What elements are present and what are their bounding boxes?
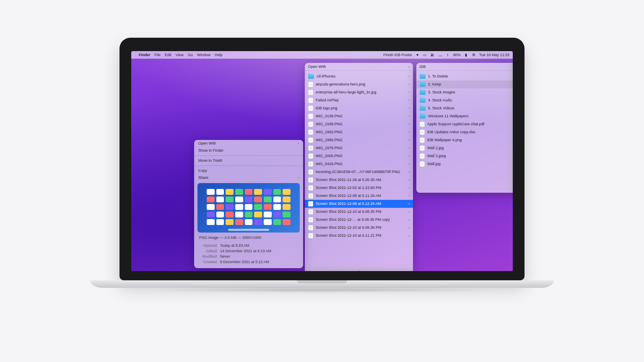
item-label: Apple Support AppleCare chat.pdf (427, 121, 513, 127)
menubar-item-go[interactable]: Go (188, 53, 193, 57)
item-label: Screen Shot 2021-12-10 at 9.11.21 PM (316, 233, 406, 239)
list-item[interactable]: Screen Shot 2021-12-08 at 5.12.26 AM› (305, 200, 413, 208)
panel-header: Open With › (305, 63, 413, 71)
list-item[interactable]: Screen Shot 2021-12-10 at 9.08.38 PM› (305, 224, 413, 232)
preview-app-grid (207, 189, 291, 225)
wifi-icon[interactable]: ⚊ (438, 53, 442, 57)
chevron-right-icon: › (408, 81, 410, 88)
bluetooth-icon[interactable]: ᚼ (446, 53, 450, 57)
item-label: airpods-generations-hero.png (316, 81, 406, 88)
file-summary: PNG image — 2.6 MB — 2880×1800 (199, 235, 261, 240)
list-item[interactable]: 2. Keep› (416, 80, 513, 88)
menubar-clock[interactable]: Tue 10 May 11:23 (479, 53, 509, 57)
display-icon[interactable]: ▭ (423, 53, 427, 57)
meta-value: Never (220, 254, 230, 259)
list-item[interactable]: 1. To Delete› (416, 72, 513, 80)
item-label: 2. Keep (428, 81, 513, 88)
file-icon (308, 98, 313, 103)
list-item[interactable]: IMG_2005.PNG› (305, 152, 413, 160)
folder-icon (420, 114, 426, 119)
list-item[interactable]: airpods-generations-hero.png› (305, 80, 413, 88)
item-label: Wall 2.jpg (427, 145, 513, 151)
list-item[interactable]: IMG_1952.PNG› (305, 128, 413, 136)
file-icon (420, 137, 425, 143)
control-center-icon[interactable]: ⚙ (472, 53, 476, 57)
divider (194, 165, 303, 166)
chevron-right-icon: › (408, 121, 410, 127)
item-label: IMG_1976.PNG (316, 145, 406, 151)
list-item[interactable]: IMG_9429.PNG› (305, 160, 413, 168)
list-item[interactable]: iDB Updates Ankur copy.xlsx› (416, 128, 513, 136)
meta-value: 14 December 2021 at 8:13 AM (220, 248, 271, 254)
menubar-item-edit[interactable]: Edit (165, 53, 171, 57)
list-item[interactable]: 3. Stock Images› (416, 88, 513, 96)
list-item[interactable]: Wall 2.jpg› (416, 144, 513, 152)
quicklook-preview (197, 183, 300, 233)
list-item[interactable]: 5. Stock Videos› (416, 104, 513, 112)
chevron-right-icon: › (408, 201, 410, 207)
list-item[interactable]: IMG_1938.PNG› (305, 120, 413, 128)
list-item[interactable]: enterprise-all-hero-large-light_2x.jpg› (305, 88, 413, 96)
item-label: Screen Shot 2021-12-10 at 9.08.35 PM (316, 209, 406, 215)
list-item[interactable]: Screen Shot 2021-12-… at 9.08.35 PM copy… (305, 216, 413, 224)
scroll-down-icon[interactable]: ⌄ (305, 268, 413, 271)
meta-key: Added: (199, 248, 218, 254)
list-item[interactable]: IMG_1976.PNG› (305, 144, 413, 152)
item-label: iDB Updates Ankur copy.xlsx (427, 129, 513, 135)
menubar-item-view[interactable]: View (176, 53, 184, 57)
meta-value: 8 December 2021 at 5:12 AM (220, 259, 269, 265)
list-item[interactable]: Windows 11 Wallpapers› (416, 112, 513, 120)
file-icon (308, 233, 313, 238)
item-label: iDB logo.png (316, 105, 406, 111)
file-icon (308, 90, 313, 95)
ctx-show-in-finder-label: Show in Finder (198, 148, 223, 153)
ctx-open-with[interactable]: Open With › (194, 140, 303, 147)
item-label: IMG_9429.PNG (316, 161, 406, 167)
list-item[interactable]: All iPhones› (305, 72, 413, 80)
list-item[interactable]: 4. Stock Audio› (416, 96, 513, 104)
list-item[interactable]: iDB Wallpaper 4.png› (416, 136, 513, 144)
menubar-item-window[interactable]: Window (197, 53, 210, 57)
ctx-copy-label: Copy (198, 168, 207, 173)
folder-icon (420, 90, 426, 95)
file-icon (420, 122, 425, 127)
list-item[interactable]: Wall 3.jpeg› (416, 152, 513, 160)
file-icon (308, 122, 313, 127)
laptop-shadow (145, 288, 499, 292)
list-item[interactable]: Screen Shot 2021-11-29 at 5.20.30 AM› (305, 176, 413, 184)
list-item[interactable]: Screen Shot 2021-12-08 at 5.11.34 AM› (305, 192, 413, 200)
list-item[interactable]: Screen Shot 2021-12-10 at 9.08.35 PM› (305, 208, 413, 216)
menubar-app-name[interactable]: Finder (139, 53, 151, 57)
item-label: All iPhones (317, 73, 406, 80)
list-item[interactable]: Wall.jpg› (416, 160, 513, 168)
list-item[interactable]: Apple Support AppleCare chat.pdf› (416, 120, 513, 128)
item-label: IMG_1952.PNG (316, 129, 406, 135)
item-label: iDB Wallpaper 4.png (427, 137, 513, 143)
list-item[interactable]: incoming-2C39AE58-07…A7-06F1998B670F.PNG… (305, 168, 413, 176)
file-icon (308, 82, 313, 87)
desktop-screen: Finder File Edit View Go Window Help Fin… (131, 51, 513, 271)
preview-dock (228, 229, 269, 231)
mic-icon[interactable]: 🎤︎ (431, 53, 435, 57)
battery-icon[interactable]: ▮ (464, 53, 468, 57)
list-item[interactable]: iDB logo.png› (305, 104, 413, 112)
list-item[interactable]: Screen Shot 2021-12-10 at 9.11.21 PM› (305, 232, 413, 240)
chevron-right-icon: › (408, 225, 410, 231)
file-icon (308, 193, 313, 199)
ctx-share[interactable]: Share › (194, 174, 303, 181)
battery-percent[interactable]: 80% (453, 53, 461, 57)
panel-title: iDB (420, 65, 426, 69)
ctx-show-in-finder[interactable]: Show in Finder (194, 147, 303, 154)
item-label: enterprise-all-hero-large-light_2x.jpg (316, 89, 406, 96)
menubar-item-file[interactable]: File (155, 53, 161, 57)
chevron-right-icon: › (408, 129, 410, 135)
heart-icon[interactable]: ♥ (415, 53, 420, 57)
list-item[interactable]: IMG_0138.PNG› (305, 112, 413, 120)
menubar-status-text: Finish iDB Posts! (383, 53, 412, 57)
list-item[interactable]: Screen Shot 2021-12-02 at 2.23.50 PM› (305, 184, 413, 192)
list-item[interactable]: IMG_1966.PNG› (305, 136, 413, 144)
ctx-move-to-trash[interactable]: Move to Trash (194, 157, 303, 164)
list-item[interactable]: Failed AirPlay› (305, 96, 413, 104)
ctx-copy[interactable]: Copy (194, 167, 303, 174)
menubar-item-help[interactable]: Help (215, 53, 223, 57)
